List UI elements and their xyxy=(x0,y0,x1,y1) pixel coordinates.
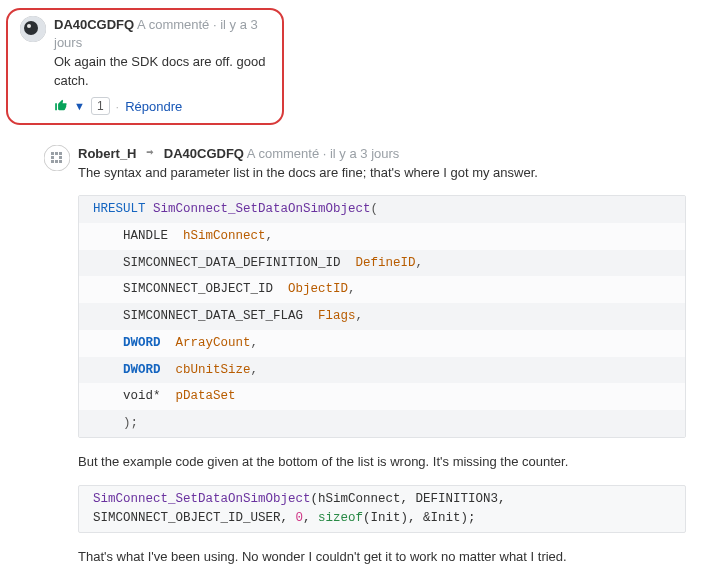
code-line: DWORD cbUnitSize, xyxy=(79,357,685,384)
reply-link[interactable]: Répondre xyxy=(125,99,182,114)
comment-main: DA40CGDFQ A commenté · il y a 3 jours Ok… xyxy=(54,16,270,115)
svg-rect-9 xyxy=(51,160,54,163)
code-line: SIMCONNECT_DATA_DEFINITION_ID DefineID, xyxy=(79,250,685,277)
comment-intro: The syntax and parameter list in the doc… xyxy=(78,164,686,183)
svg-rect-7 xyxy=(51,156,54,159)
code-line: DWORD ArrayCount, xyxy=(79,330,685,357)
avatar-image-icon xyxy=(20,16,46,42)
svg-rect-5 xyxy=(55,152,58,155)
comment-paragraph: But the example code given at the bottom… xyxy=(78,452,686,472)
avatar[interactable] xyxy=(20,16,46,42)
comment-author[interactable]: Robert_H xyxy=(78,146,137,161)
reply-arrow-icon xyxy=(144,146,160,161)
code-line: SIMCONNECT_DATA_SET_FLAG Flags, xyxy=(79,303,685,330)
comment-paragraph: That's what I've been using. No wonder I… xyxy=(78,547,686,567)
comment-head: Robert_H DA40CGDFQ A commenté · il y a 3… xyxy=(44,145,698,568)
code-block-example: SimConnect_SetDataOnSimObject(hSimConnec… xyxy=(78,485,686,533)
comment-body: Ok again the SDK docs are off. good catc… xyxy=(54,53,270,91)
comment-highlighted: DA40CGDFQ A commenté · il y a 3 jours Ok… xyxy=(6,8,284,125)
svg-rect-8 xyxy=(59,156,62,159)
reply-to-author[interactable]: DA40CGDFQ xyxy=(164,146,244,161)
thumb-up-icon[interactable] xyxy=(54,98,68,115)
svg-rect-4 xyxy=(51,152,54,155)
comment-author[interactable]: DA40CGDFQ xyxy=(54,17,134,32)
comment-meta: DA40CGDFQ A commenté · il y a 3 jours xyxy=(54,16,270,52)
code-line: HANDLE hSimConnect, xyxy=(79,223,685,250)
code-line: SIMCONNECT_OBJECT_ID ObjectID, xyxy=(79,276,685,303)
comment-head: DA40CGDFQ A commenté · il y a 3 jours Ok… xyxy=(20,16,270,115)
vote-count: 1 xyxy=(91,97,110,115)
svg-point-2 xyxy=(27,24,31,28)
separator-dot: · xyxy=(116,99,120,114)
comment-main: Robert_H DA40CGDFQ A commenté · il y a 3… xyxy=(78,145,698,568)
svg-point-3 xyxy=(44,145,70,171)
code-line: HRESULT SimConnect_SetDataOnSimObject( xyxy=(79,196,685,223)
code-block-signature: HRESULT SimConnect_SetDataOnSimObject( H… xyxy=(78,195,686,438)
code-line: SimConnect_SetDataOnSimObject(hSimConnec… xyxy=(79,486,685,532)
comment-timestamp: A commenté · il y a 3 jours xyxy=(247,146,399,161)
comment-actions: ▼ 1 · Répondre xyxy=(54,97,270,115)
comment-reply: Robert_H DA40CGDFQ A commenté · il y a 3… xyxy=(34,139,708,568)
comment-meta: Robert_H DA40CGDFQ A commenté · il y a 3… xyxy=(78,145,686,163)
svg-rect-10 xyxy=(55,160,58,163)
chevron-down-icon[interactable]: ▼ xyxy=(74,100,85,112)
svg-rect-6 xyxy=(59,152,62,155)
avatar[interactable] xyxy=(44,145,70,171)
code-line: void* pDataSet xyxy=(79,383,685,410)
svg-rect-11 xyxy=(59,160,62,163)
avatar-identicon-icon xyxy=(44,145,70,171)
svg-point-1 xyxy=(24,21,38,35)
code-line: ); xyxy=(79,410,685,437)
